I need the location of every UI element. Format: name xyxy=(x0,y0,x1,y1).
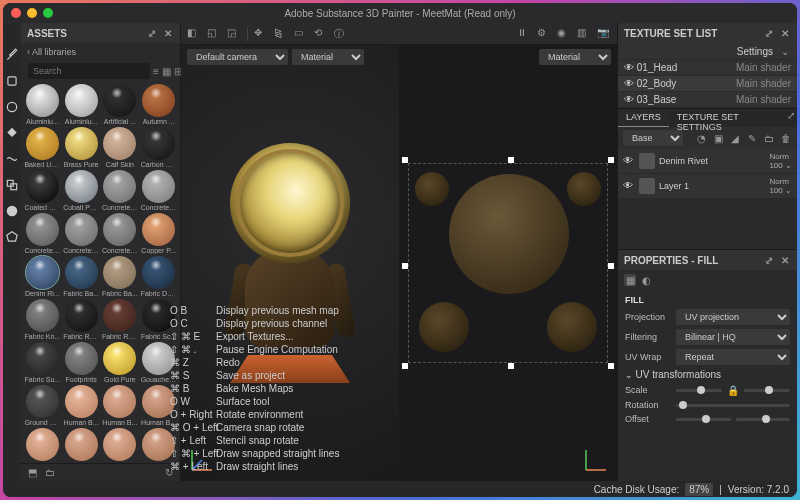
asset-swatch[interactable]: Fabric Kn... xyxy=(24,299,61,340)
info-icon[interactable]: ⓘ xyxy=(334,27,348,41)
display-icon[interactable]: ▥ xyxy=(577,27,591,41)
projection-icon[interactable] xyxy=(5,100,19,114)
add-layer-icon[interactable]: ✎ xyxy=(746,132,758,144)
asset-swatch[interactable]: Baked Lig... xyxy=(24,127,61,168)
asset-swatch[interactable]: Aluminiu... xyxy=(24,84,61,125)
close-icon[interactable]: ✕ xyxy=(779,27,791,39)
iray-icon[interactable]: ◉ xyxy=(557,27,571,41)
minimize-button[interactable] xyxy=(27,8,37,18)
asset-swatch[interactable]: Fabric Ba... xyxy=(63,256,100,297)
add-mask-icon[interactable]: ▣ xyxy=(712,132,724,144)
projection-dropdown[interactable]: UV projection xyxy=(676,309,790,325)
texture-set-row[interactable]: 👁 01_HeadMain shader xyxy=(618,60,797,75)
asset-swatch[interactable]: Aluminiu... xyxy=(63,84,100,125)
asset-swatch[interactable]: Human B... xyxy=(63,385,100,426)
asset-swatch[interactable]: Human B... xyxy=(102,385,139,426)
brush-icon[interactable] xyxy=(5,48,19,62)
camera-dropdown[interactable]: Default camera xyxy=(187,49,288,65)
folder-icon[interactable]: 🗀 xyxy=(44,467,56,479)
clone-icon[interactable] xyxy=(5,178,19,192)
channel-dropdown[interactable]: Base color xyxy=(623,130,683,146)
vp-2d-icon[interactable]: ◲ xyxy=(227,27,241,41)
asset-swatch[interactable]: Concrete ... xyxy=(102,170,139,211)
eraser-icon[interactable] xyxy=(5,74,19,88)
material-mode-icon[interactable]: ◐ xyxy=(640,274,652,286)
asset-swatch[interactable]: Human Fe... xyxy=(102,428,139,463)
add-effect-icon[interactable]: ◔ xyxy=(695,132,707,144)
vp-2d3d-icon[interactable]: ◧ xyxy=(187,27,201,41)
asset-swatch[interactable]: Human E... xyxy=(63,428,100,463)
add-folder-icon[interactable]: 🗀 xyxy=(763,132,775,144)
asset-swatch[interactable]: Fabric Su... xyxy=(24,342,61,383)
close-panel-icon[interactable]: ✕ xyxy=(162,27,174,39)
asset-swatch[interactable]: Cobalt Pu... xyxy=(63,170,100,211)
camera-icon[interactable]: 📷 xyxy=(597,27,611,41)
asset-swatch[interactable]: Denim Ri... xyxy=(24,256,61,297)
fill-mode-icon[interactable]: ▦ xyxy=(624,274,636,286)
layer-row[interactable]: 👁Denim RivetNorm100 ⌄ xyxy=(618,149,797,173)
asset-swatch[interactable]: Artificial ... xyxy=(102,84,139,125)
asset-swatch[interactable]: Concrete ... xyxy=(102,213,139,254)
vp-3d-icon[interactable]: ◱ xyxy=(207,27,221,41)
settings-label[interactable]: Settings xyxy=(737,46,773,57)
visibility-icon[interactable]: 👁 xyxy=(623,180,635,192)
visibility-icon[interactable]: 👁 xyxy=(624,62,634,73)
asset-swatch[interactable]: Concrete ... xyxy=(140,170,177,211)
asset-swatch[interactable]: Autumn ... xyxy=(140,84,177,125)
scale-slider-x[interactable] xyxy=(676,389,722,392)
fill-icon[interactable] xyxy=(5,126,19,140)
expand-props-icon[interactable]: ⤢ xyxy=(763,254,775,266)
offset-slider-y[interactable] xyxy=(736,418,791,421)
render-mode-2d-dropdown[interactable]: Material xyxy=(539,49,611,65)
asset-swatch[interactable]: Gold Pure xyxy=(102,342,139,383)
scale-slider-y[interactable] xyxy=(744,389,790,392)
import-icon[interactable]: ⬒ xyxy=(26,467,38,479)
maximize-button[interactable] xyxy=(43,8,53,18)
render-settings-icon[interactable]: ⚙ xyxy=(537,27,551,41)
asset-swatch[interactable]: Footprints xyxy=(63,342,100,383)
asset-swatch[interactable]: Human E... xyxy=(24,428,61,463)
list-view-icon[interactable]: ≡ xyxy=(153,66,159,77)
asset-swatch[interactable]: Concrete ... xyxy=(24,213,61,254)
uvwrap-dropdown[interactable]: Repeat xyxy=(676,349,790,365)
uvtrans-label[interactable]: ⌄ UV transformations xyxy=(625,369,790,380)
layer-row[interactable]: 👁Layer 1Norm100 ⌄ xyxy=(618,174,797,198)
pause-icon[interactable]: ⏸ xyxy=(517,27,531,41)
texture-set-row[interactable]: 👁 03_BaseMain shader xyxy=(618,92,797,107)
symmetry-icon[interactable]: ⧎ xyxy=(274,27,288,41)
asset-swatch[interactable]: Fabric De... xyxy=(140,256,177,297)
asset-swatch[interactable]: Coated M... xyxy=(24,170,61,211)
expand-icon[interactable]: ⤢ xyxy=(763,27,775,39)
asset-swatch[interactable]: Concrete ... xyxy=(63,213,100,254)
asset-swatch[interactable]: Ground G... xyxy=(24,385,61,426)
rotate-icon[interactable]: ⟲ xyxy=(314,27,328,41)
tab-texture-set-settings[interactable]: TEXTURE SET SETTINGS xyxy=(669,109,785,127)
close-props-icon[interactable]: ✕ xyxy=(779,254,791,266)
asset-swatch[interactable]: Copper P... xyxy=(140,213,177,254)
polygon-fill-icon[interactable] xyxy=(5,230,19,244)
close-button[interactable] xyxy=(11,8,21,18)
smudge-icon[interactable] xyxy=(5,152,19,166)
visibility-icon[interactable]: 👁 xyxy=(624,94,634,105)
pin-icon[interactable]: ⤢ xyxy=(146,27,158,39)
expand-layers-icon[interactable]: ⤢ xyxy=(785,109,797,121)
assets-breadcrumb[interactable]: ‹ All libraries xyxy=(21,43,180,61)
asset-swatch[interactable]: Fabric Ba... xyxy=(102,256,139,297)
uv-layout[interactable] xyxy=(408,163,608,363)
visibility-icon[interactable]: 👁 xyxy=(624,78,634,89)
perspective-icon[interactable]: ▭ xyxy=(294,27,308,41)
small-grid-icon[interactable]: ▦ xyxy=(162,66,171,77)
filtering-dropdown[interactable]: Bilinear | HQ xyxy=(676,329,790,345)
add-fill-icon[interactable]: ◢ xyxy=(729,132,741,144)
chevron-down-icon[interactable]: ⌄ xyxy=(779,45,791,57)
asset-swatch[interactable]: Carbon Fi... xyxy=(140,127,177,168)
render-mode-dropdown[interactable]: Material xyxy=(292,49,364,65)
offset-slider-x[interactable] xyxy=(676,418,731,421)
asset-swatch[interactable]: Fabric Ro... xyxy=(63,299,100,340)
viewport-2d[interactable]: Material xyxy=(399,45,617,481)
visibility-icon[interactable]: 👁 xyxy=(623,155,635,167)
assets-search-input[interactable] xyxy=(28,63,150,79)
material-icon[interactable] xyxy=(5,204,19,218)
tab-layers[interactable]: LAYERS xyxy=(618,109,669,127)
asset-swatch[interactable]: Calf Skin xyxy=(102,127,139,168)
